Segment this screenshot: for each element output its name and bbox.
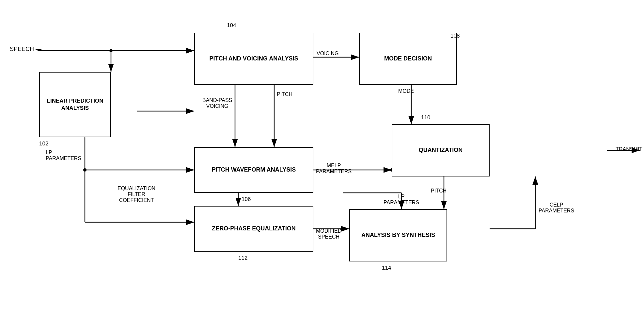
ref-112: 112 xyxy=(238,255,247,261)
pitch-label-1: PITCH xyxy=(277,92,292,97)
ref-104: 104 xyxy=(227,22,236,29)
modified-speech-label: MODIFIED SPEECH xyxy=(316,222,341,240)
lp-parameters-label-1: LP PARAMETERS xyxy=(46,144,81,161)
ref-108: 108 xyxy=(450,33,460,39)
ref-114: 114 xyxy=(382,265,391,271)
analysis-synthesis-block: ANALYSIS BY SYNTHESIS xyxy=(349,209,447,261)
ref-110: 110 xyxy=(421,114,430,121)
pitch-waveform-block: PITCH WAVEFORM ANALYSIS xyxy=(194,147,313,193)
celp-parameters-label: CELP PARAMETERS xyxy=(539,196,574,214)
zero-phase-block: ZERO-PHASE EQUALIZATION xyxy=(194,206,313,252)
mode-label: MODE xyxy=(398,88,414,94)
ref-106: 106 xyxy=(242,196,251,203)
band-pass-voicing-label: BAND-PASS VOICING xyxy=(202,92,232,109)
diagram-container: LINEAR PREDICTION ANALYSIS 102 PITCH AND… xyxy=(0,0,644,317)
speech-label: SPEECH — xyxy=(10,46,41,53)
pitch-label-2: PITCH xyxy=(431,188,447,194)
pitch-voicing-block: PITCH AND VOICING ANALYSIS xyxy=(194,33,313,85)
voicing-label: VOICING xyxy=(317,51,339,57)
equalization-filter-label: EQUALIZATION FILTER COEFFICIENT xyxy=(118,180,155,203)
melp-parameters-label: MELP PARAMETERS xyxy=(316,157,352,175)
transmit-label: TRANSMIT xyxy=(616,146,642,152)
lp-parameters-label-2: LP PARAMETERS xyxy=(384,188,419,206)
mode-decision-block: MODE DECISION xyxy=(359,33,457,85)
linear-prediction-block: LINEAR PREDICTION ANALYSIS xyxy=(39,72,111,137)
quantization-block: QUANTIZATION xyxy=(392,124,490,176)
